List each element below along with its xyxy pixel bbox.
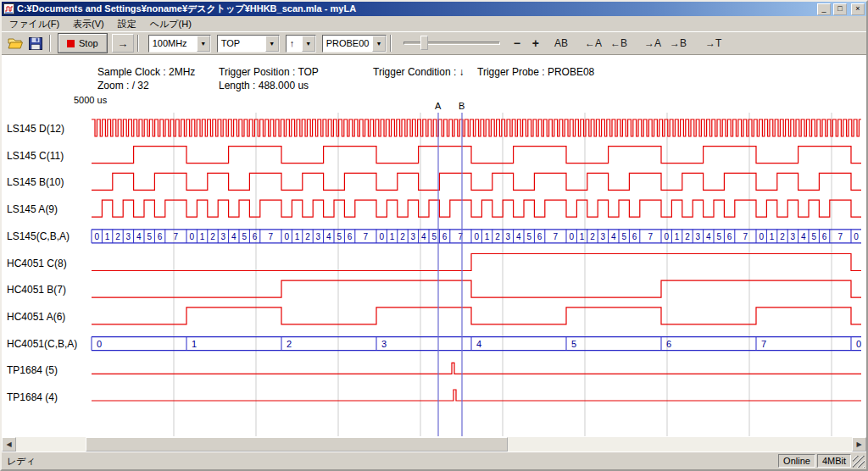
svg-text:3: 3 [221,232,226,241]
chevron-down-icon[interactable]: ▼ [372,36,385,52]
svg-text:4: 4 [476,339,481,349]
sample-clock-value: 100MHz [149,36,197,52]
svg-text:1: 1 [192,339,197,349]
trigger-probe-combo[interactable]: PROBE00 ▼ [322,35,387,53]
waveform-area[interactable]: Sample Clock : 2MHz Trigger Position : T… [2,55,866,437]
folder-open-icon [8,37,23,49]
svg-text:5: 5 [147,232,152,241]
chevron-down-icon[interactable]: ▼ [197,36,210,52]
left-a-button[interactable]: ←A [581,36,605,51]
scroll-right-icon[interactable]: ▶ [852,437,866,452]
menu-file[interactable]: ファイル(F) [3,16,66,32]
channel-label: TP1684 (5) [7,363,58,377]
svg-text:0: 0 [474,232,479,241]
status-ready-text: レディ [7,455,776,468]
right-b-button[interactable]: →B [666,36,690,51]
toolbar: Stop → 100MHz ▼ TOP ▼ ↑ ▼ PROBE00 ▼ − + … [2,31,866,55]
svg-text:5: 5 [621,232,626,241]
svg-text:5: 5 [716,232,721,241]
svg-text:4: 4 [516,232,521,241]
svg-text:3: 3 [126,232,131,241]
channel-label: HC4051 C(8) [7,257,67,270]
trigger-jump-button[interactable]: →T [702,36,725,51]
svg-text:1: 1 [675,232,680,241]
minimize-button[interactable]: _ [817,3,831,15]
svg-text:2: 2 [287,339,292,349]
open-file-button[interactable] [5,34,25,53]
maximize-button[interactable]: □ [833,3,847,15]
app-window: C:¥Documents and Settings¥noname¥デスクトップ¥… [0,0,868,471]
svg-text:0: 0 [664,232,669,241]
svg-text:7: 7 [648,232,654,241]
save-button[interactable] [25,34,46,53]
zoom-in-button[interactable]: + [529,35,542,52]
channel-label: HC4051 A(6) [7,310,65,324]
horizontal-scrollbar[interactable]: ◀ ▶ [2,437,866,452]
svg-text:1: 1 [390,232,395,241]
svg-text:3: 3 [381,339,387,349]
svg-text:6: 6 [158,232,163,241]
right-a-button[interactable]: →A [641,36,665,51]
svg-text:3: 3 [411,232,416,241]
svg-text:0: 0 [854,232,859,241]
svg-text:6: 6 [632,232,637,241]
svg-text:3: 3 [791,232,796,241]
svg-text:5: 5 [571,339,576,349]
svg-text:3: 3 [316,232,321,241]
svg-text:4: 4 [611,232,616,241]
zoom-slider[interactable] [402,34,502,53]
svg-text:0: 0 [94,232,99,241]
svg-text:6: 6 [348,232,353,241]
sample-clock-combo[interactable]: 100MHz ▼ [148,35,211,53]
channel-label: LS145 A(9) [7,202,58,216]
svg-text:4: 4 [231,232,236,241]
trigger-edge-value: ↑ [287,36,302,52]
run-button[interactable]: → [112,34,134,53]
slider-groove [403,42,500,45]
chevron-down-icon[interactable]: ▼ [302,36,315,52]
svg-text:4: 4 [326,232,331,241]
svg-text:4: 4 [801,232,806,241]
title-bar[interactable]: C:¥Documents and Settings¥noname¥デスクトップ¥… [2,2,866,16]
menu-settings[interactable]: 設定 [111,16,143,32]
marker-label-a: A [435,101,441,111]
floppy-disk-icon [29,37,42,50]
close-button[interactable]: × [851,3,865,15]
svg-text:0: 0 [189,232,194,241]
ab-button[interactable]: AB [551,36,571,51]
svg-text:0: 0 [569,232,574,241]
stop-button[interactable]: Stop [58,34,107,53]
scrollbar-track[interactable] [16,437,852,452]
svg-text:7: 7 [269,232,274,241]
chevron-down-icon[interactable]: ▼ [265,36,279,52]
slider-thumb[interactable] [420,36,428,50]
window-title: C:¥Documents and Settings¥noname¥デスクトップ¥… [17,3,815,15]
trigger-position-combo[interactable]: TOP ▼ [217,35,280,53]
svg-text:2: 2 [115,232,120,241]
svg-text:6: 6 [666,339,671,349]
svg-text:3: 3 [601,232,606,241]
svg-text:6: 6 [822,232,827,241]
menu-view[interactable]: 表示(V) [66,16,111,32]
svg-text:2: 2 [685,232,690,241]
svg-text:6: 6 [537,232,542,241]
svg-text:3: 3 [506,232,511,241]
scroll-left-icon[interactable]: ◀ [2,437,16,452]
left-b-button[interactable]: ←B [607,36,631,51]
trigger-edge-combo[interactable]: ↑ ▼ [286,35,316,53]
svg-text:4: 4 [136,232,142,241]
zoom-out-button[interactable]: − [510,35,524,52]
resize-grip[interactable] [853,456,865,468]
scrollbar-thumb[interactable] [86,437,508,452]
svg-text:4: 4 [421,232,426,241]
channel-label: HC4051(C,B,A) [7,337,77,351]
channel-label: LS145(C,B,A) [7,230,70,243]
svg-text:7: 7 [364,232,369,241]
waveform-plot[interactable]: 0123456701234567012345670123456701234567… [2,55,866,437]
app-icon [3,3,14,14]
svg-text:1: 1 [295,232,300,241]
svg-text:5: 5 [811,232,816,241]
stop-label: Stop [79,38,98,48]
menu-help[interactable]: ヘルプ(H) [143,16,198,32]
svg-text:7: 7 [174,232,179,241]
